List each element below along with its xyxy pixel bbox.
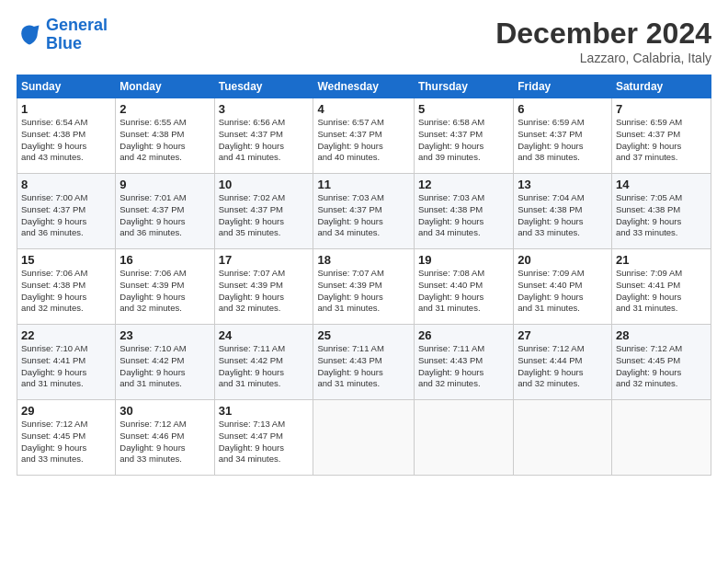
day-cell: 5Sunrise: 6:58 AMSunset: 4:37 PMDaylight…	[414, 98, 513, 174]
day-number: 17	[219, 253, 310, 267]
day-number: 7	[616, 102, 707, 116]
page: General Blue December 2024 Lazzaro, Cala…	[0, 0, 728, 563]
day-number: 30	[119, 404, 210, 418]
logo: General Blue	[17, 17, 108, 53]
day-info: Sunrise: 6:59 AMSunset: 4:37 PMDaylight:…	[518, 117, 608, 164]
day-number: 14	[616, 178, 707, 191]
day-number: 8	[21, 178, 111, 191]
day-cell: 16Sunrise: 7:06 AMSunset: 4:39 PMDayligh…	[116, 249, 214, 325]
col-header-friday: Friday	[514, 75, 612, 98]
day-info: Sunrise: 7:10 AMSunset: 4:41 PMDaylight:…	[21, 343, 111, 390]
day-info: Sunrise: 7:10 AMSunset: 4:42 PMDaylight:…	[119, 343, 210, 390]
day-cell: 29Sunrise: 7:12 AMSunset: 4:45 PMDayligh…	[17, 400, 116, 476]
day-number: 10	[219, 178, 310, 191]
day-info: Sunrise: 7:11 AMSunset: 4:43 PMDaylight:…	[418, 343, 509, 390]
day-info: Sunrise: 6:58 AMSunset: 4:37 PMDaylight:…	[418, 117, 509, 164]
day-number: 26	[418, 328, 509, 342]
col-header-thursday: Thursday	[414, 75, 513, 98]
day-number: 31	[219, 404, 310, 418]
day-number: 16	[119, 253, 210, 267]
day-info: Sunrise: 7:09 AMSunset: 4:41 PMDaylight:…	[616, 268, 707, 315]
day-cell: 14Sunrise: 7:05 AMSunset: 4:38 PMDayligh…	[611, 174, 711, 249]
day-number: 11	[317, 178, 409, 191]
week-row-3: 15Sunrise: 7:06 AMSunset: 4:38 PMDayligh…	[17, 249, 711, 325]
day-info: Sunrise: 7:01 AMSunset: 4:37 PMDaylight:…	[119, 192, 210, 239]
logo-blue: Blue	[46, 34, 82, 52]
day-info: Sunrise: 7:05 AMSunset: 4:38 PMDaylight:…	[616, 192, 707, 239]
day-number: 28	[616, 328, 707, 342]
day-info: Sunrise: 7:03 AMSunset: 4:38 PMDaylight:…	[418, 192, 509, 239]
day-cell: 23Sunrise: 7:10 AMSunset: 4:42 PMDayligh…	[116, 325, 214, 400]
day-cell: 7Sunrise: 6:59 AMSunset: 4:37 PMDaylight…	[611, 98, 711, 174]
day-info: Sunrise: 7:12 AMSunset: 4:46 PMDaylight:…	[119, 419, 210, 465]
day-number: 27	[518, 328, 608, 342]
day-cell: 6Sunrise: 6:59 AMSunset: 4:37 PMDaylight…	[514, 98, 612, 174]
calendar-table: SundayMondayTuesdayWednesdayThursdayFrid…	[17, 75, 711, 476]
day-cell: 30Sunrise: 7:12 AMSunset: 4:46 PMDayligh…	[116, 400, 214, 476]
day-info: Sunrise: 7:11 AMSunset: 4:43 PMDaylight:…	[317, 343, 409, 390]
day-number: 19	[418, 253, 509, 267]
week-row-1: 1Sunrise: 6:54 AMSunset: 4:38 PMDaylight…	[17, 98, 711, 174]
day-cell: 18Sunrise: 7:07 AMSunset: 4:39 PMDayligh…	[313, 249, 414, 325]
day-number: 21	[616, 253, 707, 267]
week-row-2: 8Sunrise: 7:00 AMSunset: 4:37 PMDaylight…	[17, 174, 711, 249]
day-cell: 15Sunrise: 7:06 AMSunset: 4:38 PMDayligh…	[17, 249, 116, 325]
title-block: December 2024 Lazzaro, Calabria, Italy	[495, 17, 711, 65]
day-number: 3	[219, 102, 310, 116]
col-header-sunday: Sunday	[17, 75, 116, 98]
day-info: Sunrise: 7:12 AMSunset: 4:45 PMDaylight:…	[616, 343, 707, 390]
day-cell: 31Sunrise: 7:13 AMSunset: 4:47 PMDayligh…	[214, 400, 313, 476]
day-cell	[514, 400, 612, 476]
day-cell: 22Sunrise: 7:10 AMSunset: 4:41 PMDayligh…	[17, 325, 116, 400]
day-info: Sunrise: 7:09 AMSunset: 4:40 PMDaylight:…	[518, 268, 608, 315]
day-cell: 8Sunrise: 7:00 AMSunset: 4:37 PMDaylight…	[17, 174, 116, 249]
col-header-tuesday: Tuesday	[214, 75, 313, 98]
day-cell: 25Sunrise: 7:11 AMSunset: 4:43 PMDayligh…	[313, 325, 414, 400]
day-info: Sunrise: 6:57 AMSunset: 4:37 PMDaylight:…	[317, 117, 409, 164]
logo-icon	[17, 22, 42, 48]
day-number: 20	[518, 253, 608, 267]
week-row-4: 22Sunrise: 7:10 AMSunset: 4:41 PMDayligh…	[17, 325, 711, 400]
day-cell: 26Sunrise: 7:11 AMSunset: 4:43 PMDayligh…	[414, 325, 513, 400]
day-info: Sunrise: 7:06 AMSunset: 4:38 PMDaylight:…	[21, 268, 111, 315]
day-cell	[414, 400, 513, 476]
day-info: Sunrise: 7:00 AMSunset: 4:37 PMDaylight:…	[21, 192, 111, 239]
day-info: Sunrise: 6:55 AMSunset: 4:38 PMDaylight:…	[119, 117, 210, 164]
day-cell	[313, 400, 414, 476]
day-cell: 21Sunrise: 7:09 AMSunset: 4:41 PMDayligh…	[611, 249, 711, 325]
day-info: Sunrise: 7:07 AMSunset: 4:39 PMDaylight:…	[219, 268, 310, 315]
col-header-saturday: Saturday	[611, 75, 711, 98]
day-cell: 13Sunrise: 7:04 AMSunset: 4:38 PMDayligh…	[514, 174, 612, 249]
day-cell: 20Sunrise: 7:09 AMSunset: 4:40 PMDayligh…	[514, 249, 612, 325]
calendar-header-row: SundayMondayTuesdayWednesdayThursdayFrid…	[17, 75, 711, 98]
day-number: 2	[119, 102, 210, 116]
day-info: Sunrise: 6:56 AMSunset: 4:37 PMDaylight:…	[219, 117, 310, 164]
day-number: 23	[119, 328, 210, 342]
col-header-wednesday: Wednesday	[313, 75, 414, 98]
day-number: 15	[21, 253, 111, 267]
day-info: Sunrise: 7:03 AMSunset: 4:37 PMDaylight:…	[317, 192, 409, 239]
logo-general: General	[46, 16, 108, 34]
day-cell	[611, 400, 711, 476]
day-cell: 2Sunrise: 6:55 AMSunset: 4:38 PMDaylight…	[116, 98, 214, 174]
day-number: 1	[21, 102, 111, 116]
day-number: 29	[21, 404, 111, 418]
day-info: Sunrise: 7:02 AMSunset: 4:37 PMDaylight:…	[219, 192, 310, 239]
day-number: 12	[418, 178, 509, 191]
day-cell: 24Sunrise: 7:11 AMSunset: 4:42 PMDayligh…	[214, 325, 313, 400]
logo-text: General Blue	[46, 17, 108, 53]
month-title: December 2024	[495, 17, 711, 51]
day-info: Sunrise: 7:08 AMSunset: 4:40 PMDaylight:…	[418, 268, 509, 315]
day-info: Sunrise: 7:13 AMSunset: 4:47 PMDaylight:…	[219, 419, 310, 465]
day-number: 24	[219, 328, 310, 342]
day-cell: 12Sunrise: 7:03 AMSunset: 4:38 PMDayligh…	[414, 174, 513, 249]
day-number: 6	[518, 102, 608, 116]
day-cell: 27Sunrise: 7:12 AMSunset: 4:44 PMDayligh…	[514, 325, 612, 400]
day-number: 13	[518, 178, 608, 191]
day-info: Sunrise: 7:12 AMSunset: 4:44 PMDaylight:…	[518, 343, 608, 390]
day-cell: 17Sunrise: 7:07 AMSunset: 4:39 PMDayligh…	[214, 249, 313, 325]
day-number: 5	[418, 102, 509, 116]
week-row-5: 29Sunrise: 7:12 AMSunset: 4:45 PMDayligh…	[17, 400, 711, 476]
day-cell: 19Sunrise: 7:08 AMSunset: 4:40 PMDayligh…	[414, 249, 513, 325]
day-info: Sunrise: 6:54 AMSunset: 4:38 PMDaylight:…	[21, 117, 111, 164]
